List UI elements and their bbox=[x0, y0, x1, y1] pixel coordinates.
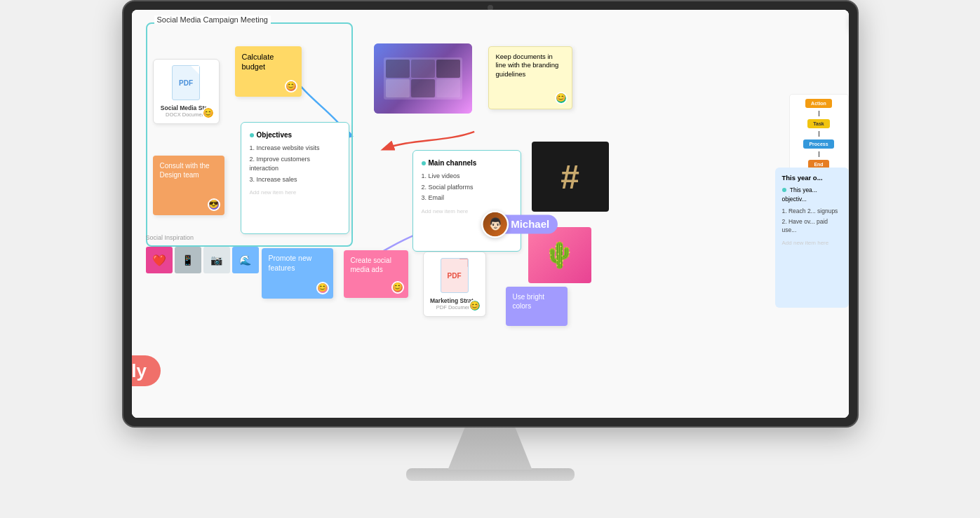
sticky-create-ads[interactable]: Create social media ads 😊 bbox=[344, 250, 408, 298]
sticky-promote[interactable]: Promote new features 😊 bbox=[262, 248, 333, 299]
doc-icon-social: PDF bbox=[172, 65, 200, 100]
objectives-title: Objectives bbox=[250, 130, 340, 140]
sticky-text-calculate: Calculate budget bbox=[242, 52, 295, 72]
flowchart-area: Action Task Process End bbox=[789, 94, 849, 178]
this-year-item-2: 2. Have ov... paid use... bbox=[782, 217, 842, 236]
ch-item-3: 3. Email bbox=[422, 193, 512, 203]
sticky-text-promote: Promote new features bbox=[269, 254, 326, 273]
emily-label: Emily bbox=[132, 355, 161, 386]
photo-hashtag: # bbox=[532, 142, 609, 212]
this-year-add-new[interactable]: Add new item here bbox=[782, 239, 842, 247]
monitor-wrapper: Social Media Campaign Meeting PDF Social… bbox=[105, 0, 876, 518]
monitor-stand bbox=[448, 428, 532, 470]
photo-city bbox=[374, 43, 472, 114]
sticky-text-ads: Create social media ads bbox=[351, 256, 401, 274]
obj-item-3: 3. Increase sales bbox=[250, 175, 340, 185]
sticky-text-consult: Consult with the Design team bbox=[160, 161, 217, 179]
monitor-base bbox=[406, 468, 575, 481]
monitor-body: Social Media Campaign Meeting PDF Social… bbox=[122, 0, 859, 428]
screen-content: Social Media Campaign Meeting PDF Social… bbox=[132, 10, 849, 418]
ch-item-1: 1. Live videos bbox=[422, 172, 512, 182]
this-year-item-1: 1. Reach 2... signups bbox=[782, 207, 842, 216]
sticky-consult-design[interactable]: Consult with the Design team 😎 bbox=[153, 156, 224, 215]
this-year-card[interactable]: This year o... This yea... objectiv... 1… bbox=[775, 168, 849, 308]
channels-title: Main channels bbox=[422, 158, 512, 168]
sticky-text-keep-docs: Keep documents in line with the branding… bbox=[496, 53, 565, 79]
sticky-keep-documents[interactable]: Keep documents in line with the branding… bbox=[488, 46, 572, 109]
michael-avatar: 👨🏻 bbox=[481, 211, 509, 238]
obj-item-2: 2. Improve customers interaction bbox=[250, 155, 340, 174]
this-year-body: This yea... objectiv... bbox=[782, 186, 842, 204]
sticky-calculate-budget[interactable]: Calculate budget 😊 bbox=[235, 46, 302, 97]
meeting-title: Social Media Campaign Meeting bbox=[154, 15, 271, 24]
sticky-bright-colors[interactable]: Use bright colors bbox=[506, 287, 568, 326]
obj-add-new[interactable]: Add new item here bbox=[250, 189, 340, 197]
social-inspiration-label: Social Inspiration bbox=[146, 234, 194, 241]
this-year-title: This year o... bbox=[782, 173, 842, 183]
user-badge-michael: 👨🏻 Michael bbox=[481, 211, 558, 238]
objectives-card[interactable]: Objectives 1. Increase website visits 2.… bbox=[241, 122, 349, 234]
monitor-screen: Social Media Campaign Meeting PDF Social… bbox=[132, 10, 849, 418]
ch-item-2: 2. Social platforms bbox=[422, 183, 512, 193]
doc-card-marketing[interactable]: PDF Marketing Strat... PDF Document 😊 bbox=[423, 252, 486, 317]
sticky-text-bright: Use bright colors bbox=[513, 292, 561, 311]
user-badge-emily: 👩🏾 Emily bbox=[132, 348, 161, 393]
obj-item-1: 1. Increase website visits bbox=[250, 144, 340, 154]
michael-label: Michael bbox=[503, 215, 558, 234]
social-inspiration-grid: ❤️ 📱 📷 🌊 bbox=[146, 247, 259, 273]
doc-card-social-media[interactable]: PDF Social Media Str... DOCX Document 😊 bbox=[153, 59, 220, 124]
doc-icon-marketing: PDF bbox=[441, 258, 469, 293]
